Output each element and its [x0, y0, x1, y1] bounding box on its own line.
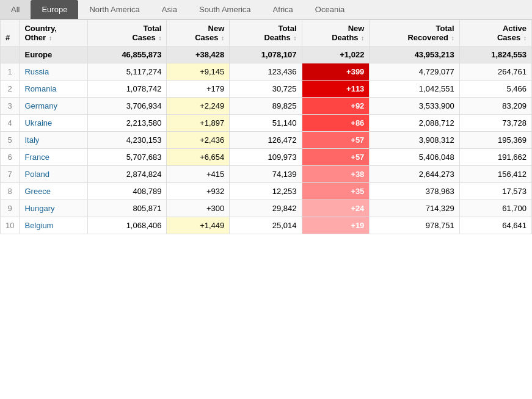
active-cases-cell: 83,209 — [459, 98, 531, 115]
country-link[interactable]: Hungary — [24, 204, 54, 213]
rank-cell: 6 — [1, 149, 20, 166]
total-cases-cell: 2,874,824 — [87, 166, 167, 183]
tab-all[interactable]: All — [0, 0, 31, 19]
new-deaths-cell: +19 — [302, 217, 370, 234]
tab-europe[interactable]: Europe — [31, 0, 78, 19]
new-deaths-cell: +92 — [302, 98, 370, 115]
total-recovered-cell: 2,088,712 — [370, 115, 459, 132]
total-deaths-cell: 74,139 — [230, 166, 302, 183]
summary-cell-total_recovered: 43,953,213 — [370, 46, 459, 63]
country-cell: Romania — [20, 81, 87, 98]
col-header-total_recovered[interactable]: TotalRecovered ↕ — [370, 20, 459, 46]
table-header: #Country,Other ↕TotalCases ↕NewCases ↕To… — [1, 20, 532, 46]
new-deaths-cell: +57 — [302, 132, 370, 149]
table-row: 7Poland2,874,824+41574,139+382,644,27315… — [1, 166, 532, 183]
col-header-total_cases[interactable]: TotalCases ↕ — [87, 20, 167, 46]
country-link[interactable]: Belgium — [24, 221, 53, 230]
country-link[interactable]: Italy — [24, 135, 39, 145]
country-cell: Greece — [20, 183, 87, 200]
col-header-total_deaths[interactable]: TotalDeaths ↕ — [230, 20, 302, 46]
total-recovered-cell: 2,644,273 — [370, 166, 459, 183]
sort-icon-new_cases: ↕ — [220, 35, 225, 41]
table-row: 4Ukraine2,213,580+1,89751,140+862,088,71… — [1, 115, 532, 132]
table-row: 1Russia5,117,274+9,145123,436+3994,729,0… — [1, 63, 532, 81]
total-deaths-cell: 109,973 — [230, 149, 302, 166]
active-cases-cell: 64,641 — [459, 217, 531, 234]
total-recovered-cell: 5,406,048 — [370, 149, 459, 166]
country-cell: Italy — [20, 132, 87, 149]
country-cell: Russia — [20, 63, 87, 81]
tab-bar: AllEuropeNorth AmericaAsiaSouth AmericaA… — [0, 0, 532, 20]
country-cell: Belgium — [20, 217, 87, 234]
summary-cell-active_cases: 1,824,553 — [459, 46, 531, 63]
country-link[interactable]: Greece — [24, 187, 51, 196]
sort-icon-country: ↕ — [47, 35, 52, 41]
active-cases-cell: 264,761 — [459, 63, 531, 81]
new-cases-cell: +2,249 — [167, 98, 230, 115]
total-recovered-cell: 978,751 — [370, 217, 459, 234]
country-link[interactable]: Romania — [24, 84, 56, 93]
new-deaths-cell: +35 — [302, 183, 370, 200]
total-cases-cell: 2,213,580 — [87, 115, 167, 132]
country-link[interactable]: Russia — [24, 67, 49, 76]
sort-icon-total_deaths: ↕ — [292, 35, 297, 41]
total-cases-cell: 1,068,406 — [87, 217, 167, 234]
tab-asia[interactable]: Asia — [151, 0, 188, 19]
total-recovered-cell: 3,908,312 — [370, 132, 459, 149]
summary-cell-new_cases: +38,428 — [167, 46, 230, 63]
total-cases-cell: 5,117,274 — [87, 63, 167, 81]
col-header-country[interactable]: Country,Other ↕ — [20, 20, 87, 46]
new-deaths-cell: +24 — [302, 200, 370, 217]
country-link[interactable]: Ukraine — [24, 118, 52, 128]
summary-cell-num — [1, 46, 20, 63]
sort-icon-active_cases: ↕ — [522, 35, 527, 41]
new-cases-cell: +6,654 — [167, 149, 230, 166]
rank-cell: 4 — [1, 115, 20, 132]
country-cell: Ukraine — [20, 115, 87, 132]
new-deaths-cell: +86 — [302, 115, 370, 132]
country-link[interactable]: Poland — [24, 170, 49, 179]
total-deaths-cell: 51,140 — [230, 115, 302, 132]
summary-row: Europe46,855,873+38,4281,078,107+1,02243… — [1, 46, 532, 63]
table-row: 2Romania1,078,742+17930,725+1131,042,551… — [1, 81, 532, 98]
country-cell: France — [20, 149, 87, 166]
total-recovered-cell: 378,963 — [370, 183, 459, 200]
country-link[interactable]: Germany — [24, 101, 57, 110]
new-cases-cell: +300 — [167, 200, 230, 217]
col-header-new_cases[interactable]: NewCases ↕ — [167, 20, 230, 46]
country-cell: Hungary — [20, 200, 87, 217]
rank-cell: 5 — [1, 132, 20, 149]
total-deaths-cell: 25,014 — [230, 217, 302, 234]
new-deaths-cell: +38 — [302, 166, 370, 183]
active-cases-cell: 195,369 — [459, 132, 531, 149]
table-row: 5Italy4,230,153+2,436126,472+573,908,312… — [1, 132, 532, 149]
col-header-new_deaths[interactable]: NewDeaths ↕ — [302, 20, 370, 46]
new-deaths-cell: +399 — [302, 63, 370, 81]
new-cases-cell: +9,145 — [167, 63, 230, 81]
total-recovered-cell: 714,329 — [370, 200, 459, 217]
total-deaths-cell: 29,842 — [230, 200, 302, 217]
table-row: 10Belgium1,068,406+1,44925,014+19978,751… — [1, 217, 532, 234]
rank-cell: 7 — [1, 166, 20, 183]
tab-north-america[interactable]: North America — [78, 0, 150, 19]
total-deaths-cell: 30,725 — [230, 81, 302, 98]
col-header-active_cases[interactable]: ActiveCases ↕ — [459, 20, 531, 46]
new-cases-cell: +932 — [167, 183, 230, 200]
main-table-container: #Country,Other ↕TotalCases ↕NewCases ↕To… — [0, 20, 532, 234]
new-cases-cell: +415 — [167, 166, 230, 183]
tab-africa[interactable]: Africa — [262, 0, 304, 19]
total-deaths-cell: 12,253 — [230, 183, 302, 200]
table-row: 9Hungary805,871+30029,842+24714,32961,70… — [1, 200, 532, 217]
new-cases-cell: +1,449 — [167, 217, 230, 234]
rank-cell: 1 — [1, 63, 20, 81]
summary-cell-total_cases: 46,855,873 — [87, 46, 167, 63]
summary-cell-new_deaths: +1,022 — [302, 46, 370, 63]
table-row: 3Germany3,706,934+2,24989,825+923,533,90… — [1, 98, 532, 115]
total-cases-cell: 4,230,153 — [87, 132, 167, 149]
country-link[interactable]: France — [24, 153, 49, 162]
tab-south-america[interactable]: South America — [188, 0, 262, 19]
tab-oceania[interactable]: Oceania — [304, 0, 355, 19]
total-deaths-cell: 123,436 — [230, 63, 302, 81]
rank-cell: 8 — [1, 183, 20, 200]
covid-table: #Country,Other ↕TotalCases ↕NewCases ↕To… — [0, 20, 532, 234]
